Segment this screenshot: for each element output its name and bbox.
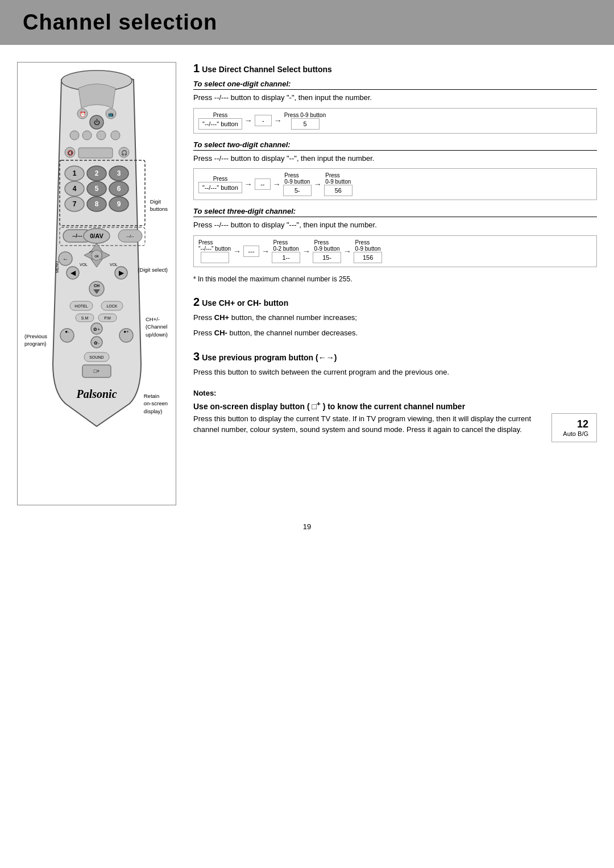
step2-section: 2Use CH+ or CH- button Press CH+ button,… <box>193 296 597 339</box>
svg-text:4: 4 <box>72 185 76 193</box>
step3-title: 3Use previous program button (←→) <box>193 350 597 363</box>
svg-text:SOUND: SOUND <box>89 355 103 359</box>
channel-display: 12 Auto B/G <box>551 413 597 442</box>
notes-title: Notes: <box>193 389 597 397</box>
step2-title: 2Use CH+ or CH- button <box>193 296 597 309</box>
remote-container: ⏰ ⏻ 📺 🔇 🎧 <box>17 62 176 505</box>
svg-text:LOCK: LOCK <box>106 304 117 308</box>
one-digit-subsection: To select one-digit channel: Press --/--… <box>193 80 597 134</box>
svg-text:CH: CH <box>93 284 99 288</box>
svg-point-10 <box>111 131 120 140</box>
svg-text:🔇: 🔇 <box>67 149 73 156</box>
svg-text:▶: ▶ <box>118 269 124 277</box>
svg-text:VOL: VOL <box>80 263 88 267</box>
step2-body2: Press CH- button, the channel number dec… <box>193 327 597 339</box>
svg-text:✿+: ✿+ <box>93 327 100 332</box>
notes-body: Press this button to display the current… <box>193 413 597 442</box>
page-title: Channel selection <box>23 10 591 35</box>
svg-text:6: 6 <box>117 185 121 193</box>
svg-point-7 <box>70 131 79 140</box>
two-digit-flow: Press "--/---" button → -- → Press0-9 bu… <box>193 168 597 200</box>
ch-updown-label: CH+/- (Channel up/down) <box>146 315 168 338</box>
one-digit-subtitle: To select one-digit channel: <box>193 80 597 90</box>
remote-svg: ⏰ ⏻ 📺 🔇 🎧 <box>42 68 152 455</box>
svg-text:Palsonic: Palsonic <box>76 388 117 400</box>
digit-buttons-label: Digit buttons <box>150 198 168 213</box>
notes-highlight: Use on-screen display button ( □+ ) to k… <box>193 400 597 411</box>
svg-text:8: 8 <box>94 200 98 208</box>
svg-text:✿-: ✿- <box>94 340 99 346</box>
previous-program-label: (Previous program) <box>24 333 47 348</box>
svg-text:🎧: 🎧 <box>121 149 127 156</box>
remote-wrap: ⏰ ⏻ 📺 🔇 🎧 <box>23 68 170 455</box>
svg-text:1: 1 <box>72 169 76 177</box>
instructions: 1Use Direct Channel Select buttons To se… <box>193 62 597 505</box>
svg-point-8 <box>82 131 92 140</box>
step1-section: 1Use Direct Channel Select buttons To se… <box>193 62 597 284</box>
channel-system: Auto B/G <box>560 430 588 437</box>
svg-text:3: 3 <box>117 169 121 177</box>
retain-label: Retain on-screen display) <box>144 392 168 415</box>
three-digit-flow: Press"--/---" button → --- → Press0-2 bu… <box>193 235 597 267</box>
step1-title: 1Use Direct Channel Select buttons <box>193 62 597 75</box>
channel-number: 12 <box>560 418 588 430</box>
one-digit-flow: Press "--/---" button → - → Press 0-9 bu… <box>193 108 597 134</box>
two-digit-subsection: To select two-digit channel: Press --/--… <box>193 140 597 201</box>
svg-text:--/--: --/-- <box>126 234 134 239</box>
svg-rect-13 <box>78 148 113 158</box>
svg-text:P.M: P.M <box>104 316 111 320</box>
svg-text:📺: 📺 <box>108 111 114 117</box>
three-digit-body: Press --/--- button to display "---", th… <box>193 219 597 231</box>
svg-text:2: 2 <box>94 169 98 177</box>
step1-note: * In this model the maximum channel numb… <box>193 274 597 284</box>
page-header: Channel selection <box>0 0 614 45</box>
digit-select-label: (Digit select) <box>138 266 168 273</box>
svg-text:ok: ok <box>94 254 99 258</box>
three-digit-subtitle: To select three-digit channel: <box>193 207 597 217</box>
svg-text:HOTEL: HOTEL <box>74 304 88 308</box>
svg-text:◀: ◀ <box>70 269 76 277</box>
svg-text:●+: ●+ <box>123 329 129 334</box>
svg-text:7: 7 <box>72 200 76 208</box>
svg-point-9 <box>97 131 106 140</box>
svg-text:VOL: VOL <box>110 263 118 267</box>
svg-text:●-: ●- <box>65 329 69 334</box>
svg-text:--/---: --/--- <box>72 233 82 239</box>
svg-text:⏰: ⏰ <box>79 111 86 118</box>
two-digit-subtitle: To select two-digit channel: <box>193 140 597 151</box>
notes-section: Notes: Use on-screen display button ( □+… <box>193 389 597 442</box>
svg-text:5: 5 <box>94 185 98 193</box>
notes-text: Press this button to display the current… <box>193 413 542 435</box>
svg-text:⏻: ⏻ <box>93 119 99 126</box>
svg-text:0/AV: 0/AV <box>90 232 103 239</box>
svg-text:9: 9 <box>117 200 121 208</box>
main-layout: ⏰ ⏻ 📺 🔇 🎧 <box>0 62 614 505</box>
svg-text:MENU: MENU <box>55 261 59 273</box>
svg-text:□+: □+ <box>93 368 99 374</box>
step2-body1: Press CH+ button, the channel number inc… <box>193 312 597 323</box>
svg-text:←: ← <box>63 256 68 262</box>
svg-text:S.M: S.M <box>81 316 88 320</box>
three-digit-subsection: To select three-digit channel: Press --/… <box>193 207 597 267</box>
step3-section: 3Use previous program button (←→) Press … <box>193 350 597 378</box>
page-number: 19 <box>0 522 614 542</box>
step3-body: Press this button to switch between the … <box>193 367 597 378</box>
two-digit-body: Press --/--- button to display "--", the… <box>193 153 597 164</box>
one-digit-body: Press --/--- button to display "-", then… <box>193 92 597 103</box>
